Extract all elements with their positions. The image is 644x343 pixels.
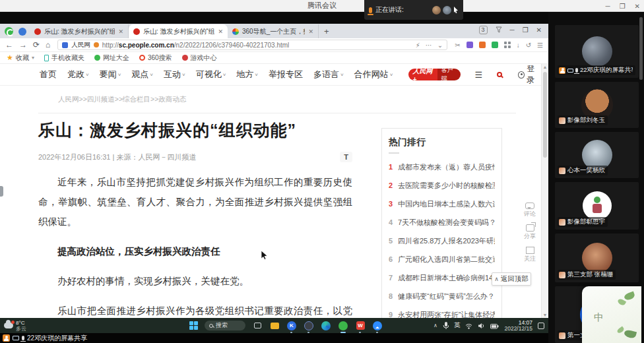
reload-icon[interactable]: ⟳ <box>33 40 40 49</box>
meeting-app-button[interactable] <box>372 321 383 331</box>
nav-visualization[interactable]: 可视化˅ <box>196 69 226 80</box>
bookmark-game-center[interactable]: 游戏中心 <box>182 53 217 63</box>
scroll-down-icon[interactable]: ▼ <box>542 313 548 317</box>
maximize-icon[interactable]: ❐ <box>620 3 626 10</box>
url-text[interactable]: http://sc.people.com.cn/n2/2022/1206/c37… <box>102 42 290 49</box>
nav-languages[interactable]: 多语言˅ <box>313 69 344 80</box>
browser-tab-3[interactable]: 360导航_一个主页，整个世界 ✕ <box>228 24 319 38</box>
k-app-button[interactable]: K <box>286 321 297 331</box>
participant-tile[interactable]: 第三支部 张楠珊 <box>555 234 639 282</box>
participant-tile-screen-share[interactable]: 22邓庆琪的屏幕共享 <box>555 25 639 78</box>
hot-list-item[interactable]: 1成都市发布来（返）蓉人员疫情防控最新政策 <box>389 162 495 172</box>
minimize-icon[interactable]: ─ <box>606 3 610 10</box>
follow-button[interactable]: 关注 <box>524 247 536 263</box>
browser-360-logo-icon[interactable] <box>5 27 13 36</box>
forward-icon[interactable]: → <box>19 40 27 49</box>
participant-tile[interactable]: 影像部郗思宇 <box>555 182 639 230</box>
extension-icon[interactable] <box>479 42 486 48</box>
volume-icon[interactable] <box>478 320 485 332</box>
browser-tab-1[interactable]: 乐山: 激发乡村振兴的“组织... ✕ <box>30 24 129 38</box>
notification-center-icon[interactable] <box>538 323 544 329</box>
tab-close-icon[interactable]: ✕ <box>118 28 123 35</box>
tab-count-badge[interactable]: 3 <box>479 26 488 34</box>
extensions-grid-icon[interactable] <box>504 42 511 48</box>
sidebar-scrollbar-thumb[interactable] <box>639 17 643 80</box>
participant-tile[interactable]: 心本一笑杨欣 <box>555 132 639 178</box>
scroll-up-icon[interactable]: ▲ <box>542 65 548 69</box>
browser-minimize-icon[interactable]: ─ <box>510 26 515 34</box>
tray-microphone-icon[interactable] <box>443 320 449 332</box>
browser-close-icon[interactable]: ✕ <box>536 26 542 34</box>
taskbar-clock[interactable]: 14:07 2022/12/15 <box>504 320 532 332</box>
people-daily-app-badge[interactable]: 人民网+ 客户端 <box>408 69 460 80</box>
hot-list-item[interactable]: 5四川省25.8万人报名2023年研招考试 <box>389 236 495 246</box>
more-icon[interactable]: ⋯ <box>426 42 432 49</box>
wifi-icon[interactable] <box>465 320 472 332</box>
nav-home[interactable]: 首页 <box>40 69 57 80</box>
speaking-indicator[interactable]: 正在讲话: <box>364 0 463 20</box>
speed-mode-icon[interactable]: ⚡ <box>416 42 420 49</box>
nav-partner-sites[interactable]: 合作网站˅ <box>354 69 393 80</box>
nav-report-zone[interactable]: 举报专区 <box>269 69 303 80</box>
hot-list-item[interactable]: 47天不做核酸检测会变黄码吗？ <box>389 218 495 228</box>
battery-icon[interactable] <box>490 320 499 332</box>
login-button[interactable]: 登录 <box>518 64 541 86</box>
ime-indicator[interactable]: 英 <box>454 321 461 330</box>
tray-chevron-icon[interactable]: ∧ <box>434 323 437 328</box>
participant-tile[interactable]: 影像部刘冬玉 <box>555 82 639 128</box>
download-icon[interactable]: ↓ <box>517 42 520 49</box>
scrollbar-thumb[interactable] <box>543 72 547 158</box>
back-icon[interactable]: ← <box>5 40 13 49</box>
task-view-button[interactable] <box>252 321 263 331</box>
file-explorer-button[interactable] <box>269 321 280 331</box>
site-menu-icon[interactable]: ☰ <box>475 70 483 80</box>
taskbar-search[interactable]: 搜索 <box>205 321 245 330</box>
screenshot-scissors-icon[interactable]: ✂ <box>455 42 460 49</box>
page-scrollbar[interactable]: ▲ ▼ <box>541 64 548 318</box>
hot-list-item[interactable]: 3中国内地日增本土感染人数六连降 多地出... <box>389 199 495 209</box>
home-icon[interactable]: ⌂ <box>46 40 50 49</box>
tab-close-icon[interactable]: ✕ <box>218 28 223 35</box>
font-size-button[interactable]: T 小字号 <box>340 152 352 162</box>
browser-menu-icon[interactable]: ☰ <box>537 42 543 49</box>
hot-list-item[interactable]: 9永安村用两张“存折”让集体经济走上时间... <box>389 310 495 318</box>
share-button[interactable]: 分享 <box>524 224 536 241</box>
security-shield-icon[interactable] <box>94 42 99 47</box>
dropdown-icon[interactable]: ⌄ <box>437 42 443 49</box>
hot-list-item[interactable]: 7成都昨日新增本土确诊病例144例、本土... <box>389 273 495 283</box>
hot-list-item[interactable]: 8健康码变“红码”“黄码”怎么办？ <box>389 292 495 301</box>
bookmark-360-search[interactable]: 360搜索 <box>139 53 172 63</box>
weather-widget[interactable]: 8°C 多云 <box>4 320 26 332</box>
comment-button[interactable]: 评论 <box>524 203 536 218</box>
bookmark-site-directory[interactable]: 网址大全 <box>94 53 129 63</box>
hot-list-item[interactable]: 2去医院需要多少小时的核酸检测报告？ <box>389 181 495 191</box>
bookmark-favorites[interactable]: ★ 收藏 ▾ <box>7 53 34 63</box>
funnel-icon[interactable] <box>496 24 502 36</box>
tab-close-icon[interactable]: ✕ <box>308 28 313 35</box>
start-button[interactable] <box>189 321 198 330</box>
nav-regions[interactable]: 地方˅ <box>236 69 258 80</box>
browser-tab-2-active[interactable]: 乐山: 激发乡村振兴的“组织... ✕ <box>129 24 228 38</box>
browser-360-button[interactable] <box>338 321 348 331</box>
side-panel-handle[interactable] <box>0 186 3 197</box>
site-search-icon[interactable] <box>497 72 502 77</box>
bookmark-mobile-favorites[interactable]: 手机收藏夹 <box>44 53 84 63</box>
history-undo-icon[interactable]: ↺ <box>526 42 531 49</box>
edge-button[interactable] <box>321 321 331 331</box>
browser-profile-icon[interactable] <box>18 28 26 36</box>
nav-opinion[interactable]: 观点˅ <box>131 69 153 80</box>
wps-button[interactable]: W <box>355 321 366 331</box>
breadcrumb[interactable]: 人民网>>四川频道>>综合栏目>>政商动态 <box>58 95 541 104</box>
address-bar[interactable]: 人民网 http://sc.people.com.cn/n2/2022/1206… <box>57 40 447 50</box>
nav-party-politics[interactable]: 党政˅ <box>67 69 89 80</box>
dark-app-button[interactable] <box>304 321 314 331</box>
new-tab-button[interactable]: + <box>324 26 329 36</box>
extension-icon[interactable] <box>492 42 498 48</box>
back-to-top-button[interactable]: ∧ 返回顶部 <box>492 272 531 286</box>
nav-top-news[interactable]: 要闻˅ <box>100 69 121 80</box>
browser-maximize-icon[interactable]: ❐ <box>523 26 529 34</box>
close-icon[interactable]: ✕ <box>635 3 640 10</box>
extension-icon[interactable] <box>467 42 473 48</box>
nav-interaction[interactable]: 互动˅ <box>164 69 185 80</box>
hot-list-item[interactable]: 6广元昭化入选四川省第二批交通强县试点名单 <box>389 255 495 265</box>
